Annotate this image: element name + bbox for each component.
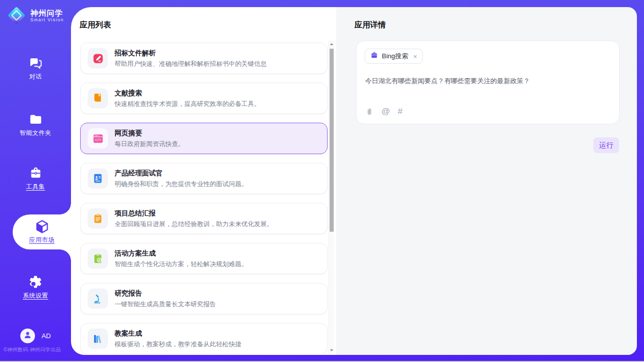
- app-item-texts: 活动方案生成智能生成个性化活动方案，轻松解决规划难题。: [115, 249, 248, 269]
- brand-diamond-icon: [7, 6, 26, 25]
- app-item-description: 全面回顾项目进展，总结经验教训，助力未来优化发展。: [115, 220, 273, 229]
- app-item-description: 帮助用户快速、准确地理解和解析招标书中的关键信息: [115, 60, 267, 68]
- sidebar-item-label: 应用市场: [29, 236, 55, 244]
- triangle-up-icon: [330, 43, 333, 45]
- briefcase-icon: [370, 51, 378, 61]
- sidebar-item-label: 对话: [29, 73, 42, 81]
- app-item-texts: 教案生成模板驱动，教案秒成，教学准备从此轻松快捷: [115, 329, 241, 349]
- app-list-item[interactable]: 招标文件解析帮助用户快速、准确地理解和解析招标书中的关键信息: [80, 43, 328, 74]
- app-item-texts: 招标文件解析帮助用户快速、准确地理解和解析招标书中的关键信息: [115, 49, 267, 68]
- app-list-item[interactable]: 研究报告一键智能生成高质量长文本研究报告: [80, 283, 328, 314]
- app-list-panel: 应用列表 招标文件解析帮助用户快速、准确地理解和解析招标书中的关键信息文献搜索快…: [71, 7, 336, 355]
- clipboard-icon: [88, 208, 108, 229]
- scrollbar[interactable]: [329, 41, 334, 354]
- app-item-description: 智能生成个性化活动方案，轻松解决规划难题。: [115, 260, 248, 269]
- microscope-icon: [88, 288, 108, 309]
- app-item-texts: 网页摘要每日政府新闻资讯快查。: [115, 129, 185, 149]
- app-item-title: 网页摘要: [115, 129, 185, 138]
- doc-person-icon: [88, 168, 108, 189]
- scroll-up-button[interactable]: [329, 41, 334, 48]
- app-item-title: 文献搜索: [115, 89, 261, 98]
- avatar[interactable]: [20, 329, 35, 343]
- attach-toolbar: @ #: [365, 106, 403, 117]
- app-item-title: 研究报告: [115, 289, 216, 298]
- query-text[interactable]: 今日湖北有哪些新闻要点？有哪些需要关注的最新政策？: [365, 77, 609, 86]
- triangle-down-icon: [330, 349, 333, 351]
- sidebar-item-chat[interactable]: 对话: [0, 56, 71, 81]
- brand-subtitle: Smart Vision: [30, 17, 64, 22]
- app-item-title: 活动方案生成: [115, 249, 248, 258]
- sidebar: 神州问学 Smart Vision 对话智能文件夹工具集应用市场系统设置 AD …: [0, 0, 71, 362]
- app-item-texts: 项目总结汇报全面回顾项目进展，总结经验教训，助力未来优化发展。: [115, 209, 273, 229]
- app-item-title: 教案生成: [115, 329, 241, 338]
- sidebar-item-label: 系统设置: [23, 292, 48, 300]
- app-list-item[interactable]: </>网页摘要每日政府新闻资讯快查。: [80, 123, 328, 154]
- sidebar-item-market[interactable]: 应用市场: [13, 214, 71, 249]
- app-list-item[interactable]: 产品经理面试官明确身份和职责，为您提供专业性的面试问题。: [80, 163, 328, 194]
- app-item-title: 项目总结汇报: [115, 209, 273, 218]
- sidebar-item-label: 工具集: [26, 183, 45, 191]
- tool-tag-label: Bing搜索: [382, 52, 408, 61]
- app-detail-title: 应用详情: [354, 20, 386, 30]
- sidebar-item-tools[interactable]: 工具集: [0, 166, 71, 191]
- app-item-description: 明确身份和职责，为您提供专业性的面试问题。: [115, 180, 248, 189]
- books-icon: [88, 329, 108, 349]
- scrollbar-thumb[interactable]: [330, 49, 334, 232]
- app-list-title: 应用列表: [80, 20, 111, 30]
- hash-icon[interactable]: #: [398, 106, 402, 117]
- app-list-item[interactable]: 文献搜索快速精准查找学术资源，提高研究效率的必备工具。: [80, 83, 328, 114]
- app-item-title: 产品经理面试官: [115, 169, 248, 178]
- app-list: 招标文件解析帮助用户快速、准确地理解和解析招标书中的关键信息文献搜索快速精准查找…: [80, 43, 328, 354]
- close-icon[interactable]: ×: [413, 53, 417, 60]
- folder-icon: [29, 112, 43, 126]
- active-tab-curve-top: [60, 203, 71, 214]
- person-icon: [23, 331, 32, 341]
- app-item-description: 每日政府新闻资讯快查。: [115, 140, 185, 149]
- svg-text:</>: </>: [95, 138, 101, 142]
- run-button[interactable]: 运行: [593, 137, 619, 153]
- app-item-texts: 产品经理面试官明确身份和职责，为您提供专业性的面试问题。: [115, 169, 248, 189]
- query-card: Bing搜索 × 今日湖北有哪些新闻要点？有哪些需要关注的最新政策？ @ #: [356, 41, 620, 124]
- app-list-item[interactable]: 教案生成模板驱动，教案秒成，教学准备从此轻松快捷: [80, 323, 328, 354]
- app-item-description: 一键智能生成高质量长文本研究报告: [115, 300, 216, 309]
- at-mention-icon[interactable]: @: [381, 106, 390, 117]
- app-list-item[interactable]: 项目总结汇报全面回顾项目进展，总结经验教训，助力未来优化发展。: [80, 203, 328, 234]
- active-tab-curve-bottom: [60, 249, 71, 261]
- brand-logo: 神州问学 Smart Vision: [7, 6, 64, 25]
- book-icon: [88, 88, 108, 108]
- paperclip-icon[interactable]: [365, 107, 374, 117]
- pen-square-icon: [88, 48, 108, 68]
- app-item-title: 招标文件解析: [115, 49, 267, 58]
- app-item-description: 快速精准查找学术资源，提高研究效率的必备工具。: [115, 100, 261, 108]
- app-detail-panel: 应用详情 Bing搜索 × 今日湖北有哪些新闻要点？有哪些需要关注的最新政策？ …: [336, 7, 637, 355]
- chat-icon: [29, 56, 43, 70]
- toolbox-icon: [29, 166, 43, 180]
- tool-tag-bing-search[interactable]: Bing搜索 ×: [365, 49, 423, 64]
- app-item-texts: 文献搜索快速精准查找学术资源，提高研究效率的必备工具。: [115, 89, 261, 108]
- browser-code-icon: </>: [88, 128, 108, 149]
- sidebar-item-folders[interactable]: 智能文件夹: [0, 112, 71, 137]
- cube-icon: [34, 220, 50, 234]
- sidebar-item-label: 智能文件夹: [20, 129, 52, 137]
- app-item-description: 模板驱动，教案秒成，教学准备从此轻松快捷: [115, 340, 241, 349]
- app-list-item[interactable]: 活动方案生成智能生成个性化活动方案，轻松解决规划难题。: [80, 243, 328, 274]
- user-name: AD: [42, 332, 51, 340]
- sidebar-item-settings[interactable]: 系统设置: [0, 275, 71, 300]
- user-row[interactable]: AD: [0, 329, 71, 343]
- brand-name: 神州问学: [30, 9, 64, 17]
- gear-icon: [28, 275, 43, 289]
- scroll-down-button[interactable]: [329, 347, 334, 354]
- clipboard-check-icon: [88, 248, 108, 269]
- app-item-texts: 研究报告一键智能生成高质量长文本研究报告: [115, 289, 216, 309]
- copyright-text: ©神州数码·神州问学出品: [4, 346, 71, 353]
